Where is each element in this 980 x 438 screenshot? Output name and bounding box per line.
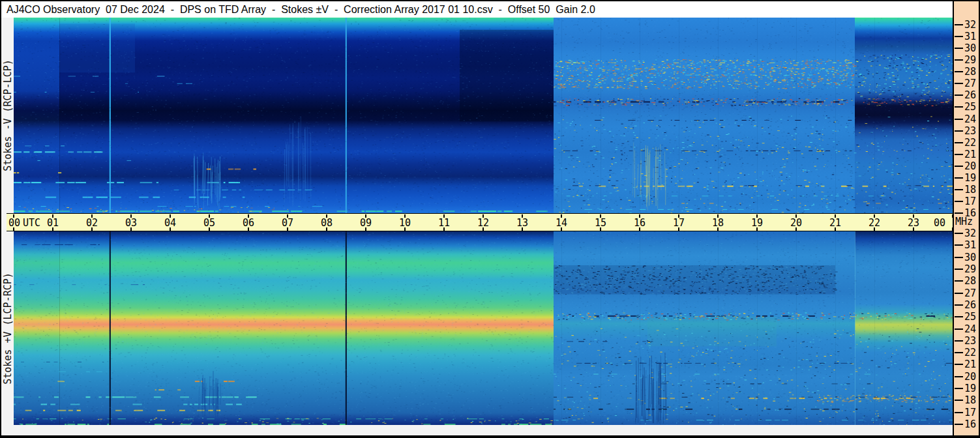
freq-tick [955,36,963,37]
freq-tick [955,166,963,167]
freq-label: 32 [964,227,979,239]
freq-tick [955,142,963,143]
hour-label: 12 [477,217,489,229]
freq-tick [955,328,963,330]
freq-label: 17 [964,196,979,207]
freq-tick [955,212,963,214]
freq-tick [955,352,963,353]
freq-tick [955,24,963,25]
hour-label: 16 [634,217,646,229]
hour-label: 23 [908,217,919,229]
freq-tick [955,388,963,389]
freq-tick [955,119,963,120]
freq-label: 16 [964,207,979,219]
freq-tick [955,269,963,270]
freq-tick [955,280,963,282]
freq-label: 27 [964,287,979,299]
freq-label: 16 [964,418,979,430]
panel-label-stokes-plus-v: Stokes +V (LCP-RCP) [1,231,14,425]
time-unit-label: UTC [23,217,40,229]
hour-label: 00 [934,217,945,229]
freq-label: 24 [964,113,979,125]
hour-label: 22 [869,217,880,229]
hour-label: 04 [164,217,176,229]
hour-label: 08 [321,217,333,229]
freq-label: 22 [964,137,979,149]
freq-tick [955,95,963,96]
freq-label: 19 [964,383,979,394]
freq-label: 22 [964,347,979,358]
hour-label: 20 [790,217,802,229]
freq-tick [955,244,963,246]
freq-label: 30 [964,252,979,263]
freq-tick [955,412,963,413]
hour-label: 18 [712,217,724,229]
panel-label-stokes-minus-v: Stokes -V (RCP-LCP) [1,18,14,213]
freq-label: 23 [964,335,979,347]
freq-tick [955,316,963,317]
freq-label: 26 [964,299,979,311]
freq-label: 25 [964,311,979,323]
freq-label: 31 [964,31,979,42]
hour-label: 00 [8,217,20,229]
hour-label: 03 [125,217,137,229]
freq-tick [955,48,963,49]
hour-label: 14 [556,217,567,229]
freq-tick [955,400,963,401]
hour-label: 13 [516,217,528,229]
spectrogram-viewer-window: AJ4CO Observatory 07 Dec 2024 - DPS on T… [0,0,980,438]
spectrogram-stokes-plus-v [14,231,953,425]
spectrogram-stokes-minus-v [14,18,953,213]
freq-tick [955,340,963,342]
hour-label: 01 [47,217,59,229]
freq-tick [955,201,963,202]
freq-tick [955,130,963,132]
freq-label: 19 [964,172,979,184]
hour-label: 06 [243,217,254,229]
freq-label: 29 [964,54,979,66]
freq-tick [955,71,963,72]
freq-label: 20 [964,160,979,172]
frequency-scale-column: MHz 323130292827262524232221201918171632… [953,1,979,435]
page-title: AJ4CO Observatory 07 Dec 2024 - DPS on T… [1,4,595,16]
freq-tick [955,364,963,365]
freq-label: 21 [964,149,979,160]
hour-label: 07 [282,217,293,229]
freq-tick [955,293,963,294]
freq-tick [955,424,963,425]
hour-label: 15 [595,217,606,229]
hour-label: 02 [86,217,98,229]
hour-label: 10 [399,217,411,229]
hour-label: 09 [360,217,372,229]
freq-tick [955,83,963,84]
freq-tick [955,59,963,61]
hour-label: 05 [203,217,215,229]
freq-label: 18 [964,184,979,196]
time-axis: 0001020304050607080910111213141516171819… [7,213,953,231]
freq-label: 20 [964,371,979,383]
freq-label: 23 [964,125,979,137]
freq-tick [955,189,963,190]
freq-tick [955,106,963,108]
freq-tick [955,376,963,377]
freq-label: 28 [964,275,979,287]
freq-label: 32 [964,19,979,31]
freq-label: 29 [964,263,979,275]
freq-label: 18 [964,394,979,406]
hour-label: 21 [829,217,841,229]
hour-label: 11 [438,217,450,229]
freq-label: 25 [964,101,979,113]
freq-label: 17 [964,407,979,418]
hour-label: 17 [673,217,685,229]
freq-tick [955,257,963,258]
freq-tick [955,304,963,306]
freq-label: 31 [964,239,979,251]
title-bar: AJ4CO Observatory 07 Dec 2024 - DPS on T… [1,1,953,18]
freq-label: 27 [964,78,979,89]
freq-label: 26 [964,89,979,101]
freq-tick [955,154,963,155]
freq-tick [955,177,963,179]
freq-label: 21 [964,358,979,370]
hour-label: 19 [751,217,763,229]
freq-label: 24 [964,323,979,335]
